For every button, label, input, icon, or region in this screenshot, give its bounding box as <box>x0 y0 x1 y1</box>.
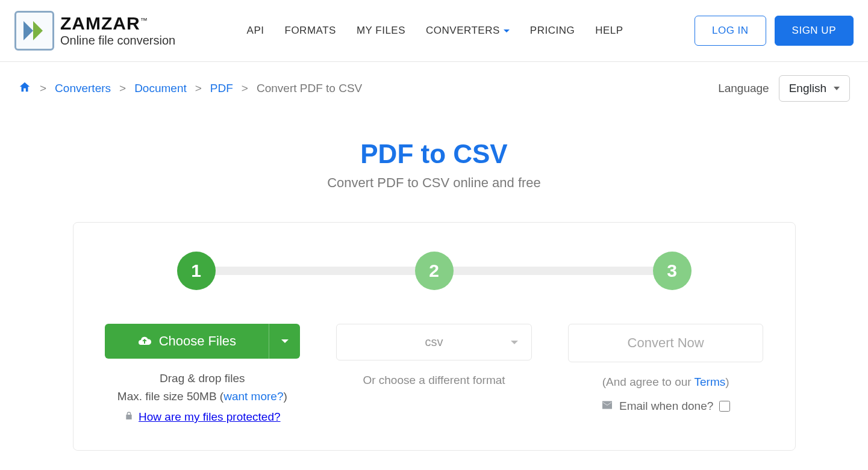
format-hint: Or choose a different format <box>336 374 532 387</box>
svg-marker-0 <box>23 21 33 40</box>
columns: Choose Files Drag & drop files Max. file… <box>105 324 764 424</box>
nav-pricing[interactable]: PRICING <box>530 25 575 37</box>
chevron-down-icon <box>504 29 510 32</box>
brand-title: ZAMZAR <box>60 13 140 33</box>
breadcrumb-separator: > <box>242 82 248 95</box>
nav-formats[interactable]: FORMATS <box>285 25 336 37</box>
subbar: > Converters > Document > PDF > Convert … <box>0 62 868 115</box>
mail-icon <box>601 400 613 413</box>
hero: PDF to CSV Convert PDF to CSV online and… <box>0 139 868 191</box>
lock-icon <box>124 410 134 424</box>
email-when-done-row[interactable]: Email when done? <box>601 400 730 413</box>
step-3: 3 <box>653 252 692 290</box>
page-title: PDF to CSV <box>0 139 868 169</box>
svg-marker-1 <box>33 21 43 40</box>
main-nav: API FORMATS MY FILES CONVERTERS PRICING … <box>247 25 623 37</box>
brand-subtitle: Online file conversion <box>60 34 175 48</box>
convert-now-button[interactable]: Convert Now <box>568 324 764 362</box>
choose-files-button[interactable]: Choose Files <box>105 324 269 359</box>
chevron-down-icon <box>511 341 518 344</box>
terms-hint: (And agree to our Terms) <box>568 376 764 389</box>
breadcrumb-pdf[interactable]: PDF <box>210 82 233 95</box>
language-value: English <box>789 82 826 95</box>
email-when-done-checkbox[interactable] <box>719 401 730 412</box>
home-icon[interactable] <box>18 81 31 97</box>
language-label: Language <box>718 82 769 95</box>
want-more-link[interactable]: want more? <box>223 390 283 403</box>
drag-drop-hint: Drag & drop files <box>105 372 301 385</box>
email-when-done-label: Email when done? <box>619 400 713 413</box>
breadcrumb-current: Convert PDF to CSV <box>257 82 362 95</box>
logo-text: ZAMZAR™ Online file conversion <box>60 14 175 48</box>
format-select[interactable]: csv <box>336 324 532 360</box>
brand-tm: ™ <box>140 16 148 25</box>
breadcrumb-separator: > <box>40 82 46 95</box>
converter-card: 1 2 3 Choose Files Drag & drop files Max… <box>73 222 796 451</box>
page-subtitle: Convert PDF to CSV online and free <box>0 175 868 191</box>
choose-files-dropdown[interactable] <box>269 324 300 359</box>
breadcrumb-document[interactable]: Document <box>134 82 187 95</box>
step-2: 2 <box>415 252 454 290</box>
language-switcher: Language English <box>718 75 850 102</box>
step-indicator: 1 2 3 <box>177 252 692 290</box>
format-value: csv <box>425 335 443 349</box>
files-protected-row: How are my files protected? <box>124 410 281 424</box>
breadcrumb-converters[interactable]: Converters <box>55 82 111 95</box>
chevron-down-icon <box>281 339 289 343</box>
login-button[interactable]: LOG IN <box>695 16 766 46</box>
breadcrumb: > Converters > Document > PDF > Convert … <box>18 81 362 97</box>
upload-cloud-icon <box>137 334 152 348</box>
col-choose: Choose Files Drag & drop files Max. file… <box>105 324 301 424</box>
choose-files-group: Choose Files <box>105 324 301 359</box>
breadcrumb-separator: > <box>195 82 202 95</box>
nav-myfiles[interactable]: MY FILES <box>357 25 405 37</box>
logo-mark-icon <box>14 11 54 51</box>
col-format: csv Or choose a different format <box>336 324 532 387</box>
nav-help[interactable]: HELP <box>595 25 623 37</box>
col-convert: Convert Now (And agree to our Terms) Ema… <box>568 324 764 413</box>
header-actions: LOG IN SIGN UP <box>695 16 854 46</box>
nav-api[interactable]: API <box>247 25 264 37</box>
breadcrumb-separator: > <box>119 82 126 95</box>
header: ZAMZAR™ Online file conversion API FORMA… <box>0 0 868 62</box>
signup-button[interactable]: SIGN UP <box>775 16 854 46</box>
files-protected-link[interactable]: How are my files protected? <box>139 410 281 424</box>
terms-link[interactable]: Terms <box>695 376 726 388</box>
chevron-down-icon <box>834 87 840 90</box>
max-size-hint: Max. file size 50MB (want more?) <box>105 390 301 403</box>
nav-converters[interactable]: CONVERTERS <box>426 25 510 37</box>
logo[interactable]: ZAMZAR™ Online file conversion <box>14 11 175 51</box>
language-select[interactable]: English <box>779 75 850 102</box>
step-1: 1 <box>177 252 216 290</box>
